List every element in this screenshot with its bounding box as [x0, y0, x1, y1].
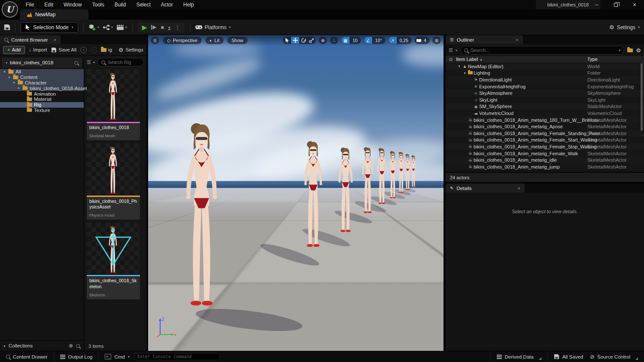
viewport-options-button[interactable]: ☰: [151, 36, 159, 44]
outliner-row-skyatmosphere[interactable]: ≈SkyAtmosphereSkyAtmosphere: [446, 90, 644, 97]
outliner-row-anim-jump[interactable]: ☠bikini_clothes_0018_Anim_metarig_jumpSk…: [446, 163, 644, 170]
asset-tile-physics-asset[interactable]: bikini_clothes_0018_PhysicsAsset Physics…: [87, 143, 140, 220]
new-folder-icon[interactable]: [627, 48, 633, 52]
back-button[interactable]: ‹: [80, 47, 87, 53]
save-icon[interactable]: [4, 24, 10, 30]
item-label-column[interactable]: Item Label: [456, 57, 478, 62]
outliner-row-anim-idle[interactable]: ☠bikini_clothes_0018_Anim_metarig_idleSk…: [446, 157, 644, 163]
move-tool-button[interactable]: [291, 36, 299, 44]
outliner-row-anim-standing[interactable]: ☠bikini_clothes_0018_Anim_metarig_Female…: [446, 130, 644, 137]
tree-item-rig[interactable]: Rig: [0, 102, 84, 108]
tree-item-texture[interactable]: Texture: [0, 108, 84, 113]
menu-tools[interactable]: Tools: [87, 0, 109, 9]
filter-icon[interactable]: ☰: [87, 60, 91, 65]
outliner-row-skysphere[interactable]: ◈SM_SkySphereStaticMeshActor: [446, 103, 644, 110]
asset-tile-skeleton[interactable]: bikini_clothes_0018_Skeleton Skeleton: [87, 223, 140, 299]
show-dropdown[interactable]: Show: [227, 36, 248, 44]
type-column[interactable]: Type: [587, 57, 598, 62]
outliner-row-anim-apose[interactable]: ☠bikini_clothes_0018_Anim_metarig_AposeS…: [446, 123, 644, 130]
cinematics-button[interactable]: ▾: [116, 24, 127, 30]
tree-item-material[interactable]: Material: [0, 97, 84, 102]
world-local-toggle[interactable]: ⊕: [319, 36, 327, 44]
path-breadcrumb[interactable]: ig: [101, 47, 112, 52]
rotate-tool-button[interactable]: [299, 36, 307, 44]
search-collections-icon[interactable]: [76, 344, 80, 348]
menu-help[interactable]: Help: [178, 0, 199, 9]
asset-search-input[interactable]: [108, 60, 140, 65]
tree-item-all[interactable]: ▾All: [0, 69, 84, 75]
frame-skip-button[interactable]: ▶: [151, 25, 156, 30]
save-all-button[interactable]: Save All: [51, 47, 77, 53]
tree-item-character[interactable]: ▾Character: [0, 80, 84, 86]
outliner-row-anim-startwalk[interactable]: ☠bikini_clothes_0018_Anim_metarig_Female…: [446, 137, 644, 144]
output-log-button[interactable]: Output Log: [54, 351, 99, 362]
close-tab-icon[interactable]: ×: [54, 37, 56, 42]
settings-dropdown[interactable]: ⚙ Settings ▾: [609, 24, 640, 30]
outliner-row-lighting[interactable]: ▾LightingFolder: [446, 70, 644, 77]
play-options-button[interactable]: ⋮: [175, 24, 180, 30]
details-tab[interactable]: ✎ Details ×: [446, 184, 525, 193]
tree-item-assets[interactable]: ▾bikini_clothes_0018-Assets: [0, 85, 84, 91]
outliner-row-anim-180turn[interactable]: ☠bikini_clothes_0018_Anim_metarig_180_Tu…: [446, 117, 644, 124]
add-button[interactable]: + Add: [3, 46, 25, 54]
outliner-row-newmap[interactable]: ▾▲NewMap (Editor)World: [446, 63, 644, 70]
lit-dropdown[interactable]: ◐ Lit: [205, 36, 224, 44]
grid-snap-control[interactable]: ▦ 10: [341, 36, 361, 44]
outliner-scrollbar[interactable]: [641, 63, 643, 131]
outliner-search[interactable]: ▾: [460, 46, 624, 54]
close-tab-icon[interactable]: ×: [518, 186, 520, 191]
outliner-row-skylight[interactable]: ☼SkyLightSkyLight: [446, 97, 644, 103]
blueprints-button[interactable]: ▾: [103, 24, 113, 30]
console-command-input[interactable]: [137, 354, 216, 359]
scale-tool-button[interactable]: [307, 36, 316, 44]
perspective-dropdown[interactable]: ◇ Perspective: [163, 36, 202, 44]
asset-tile-skeletal-mesh[interactable]: bikini_clothes_0018 Skeletal Mesh: [87, 69, 140, 140]
tree-item-content[interactable]: ▾Content: [0, 75, 84, 80]
outliner-row-anim-walk[interactable]: ☠bikini_clothes_0018_Anim_metarig_Female…: [446, 150, 644, 157]
search-icon[interactable]: [74, 61, 78, 65]
collections-bar[interactable]: ▸ Collections ⊕: [0, 340, 84, 351]
surface-snap-button[interactable]: ∴: [330, 36, 338, 44]
visibility-column-icon[interactable]: ⊙: [446, 57, 456, 62]
import-button[interactable]: ↓ Import: [29, 47, 47, 52]
source-control-button[interactable]: ⊘ Source Control: [589, 351, 644, 362]
viewport[interactable]: ☰ ◇ Perspective ◐ Lit Show: [148, 35, 444, 351]
camera-speed-control[interactable]: 4: [414, 36, 430, 44]
menu-edit[interactable]: Edit: [39, 0, 58, 9]
menu-build[interactable]: Build: [109, 0, 131, 9]
eject-button[interactable]: ▴: [168, 25, 170, 30]
all-saved-button[interactable]: All Saved: [548, 351, 589, 362]
select-tool-button[interactable]: [283, 36, 291, 44]
content-drawer-button[interactable]: Content Drawer: [0, 351, 54, 362]
scale-snap-control[interactable]: ↗ 0,25: [388, 36, 412, 44]
platforms-dropdown[interactable]: Platforms ▾: [195, 24, 231, 30]
maximize-viewport-button[interactable]: ⊞: [432, 36, 441, 44]
content-browser-tab[interactable]: Content Browser ×: [0, 35, 61, 44]
console-command-box[interactable]: [134, 353, 220, 360]
close-button[interactable]: ×: [625, 0, 644, 9]
tab-newmap[interactable]: NewMap: [20, 9, 88, 20]
outliner-tab[interactable]: ☰ Outliner ×: [446, 35, 523, 44]
character-models[interactable]: [148, 35, 444, 351]
rotation-snap-control[interactable]: ∠ 10°: [364, 36, 386, 44]
source-dropdown[interactable]: ▾ bikini_clothes_0018: [2, 58, 82, 67]
derived-data-button[interactable]: Derived Data: [491, 351, 547, 362]
asset-search[interactable]: [97, 58, 144, 66]
menu-file[interactable]: File: [21, 0, 39, 9]
cb-settings-button[interactable]: ⚙ Settings: [118, 47, 143, 53]
outliner-filter-icon[interactable]: ☰: [449, 48, 453, 53]
selection-mode-dropdown[interactable]: Selection Mode ▾: [21, 22, 78, 33]
restore-button[interactable]: [606, 0, 625, 9]
add-actor-button[interactable]: ▾: [89, 24, 99, 31]
outliner-row-directionallight[interactable]: ☀DirectionalLightDirectionalLight: [446, 76, 644, 83]
add-collection-icon[interactable]: ⊕: [69, 343, 73, 349]
play-button[interactable]: ▶: [142, 24, 147, 31]
outliner-row-heightfog[interactable]: ≡ExponentialHeightFogExponentialHeightFo…: [446, 83, 644, 90]
close-tab-icon[interactable]: ×: [516, 37, 518, 42]
unreal-logo-icon[interactable]: U: [2, 1, 18, 18]
outliner-row-volumetriccloud[interactable]: ☁VolumetricCloudVolumetricCloud: [446, 110, 644, 117]
outliner-row-anim-stopwalk[interactable]: ☠bikini_clothes_0018_Anim_metarig_Female…: [446, 143, 644, 150]
cmd-dropdown[interactable]: >_ Cmd ▾: [99, 351, 131, 362]
forward-button[interactable]: ›: [91, 47, 97, 53]
stop-button[interactable]: ■: [161, 24, 164, 30]
